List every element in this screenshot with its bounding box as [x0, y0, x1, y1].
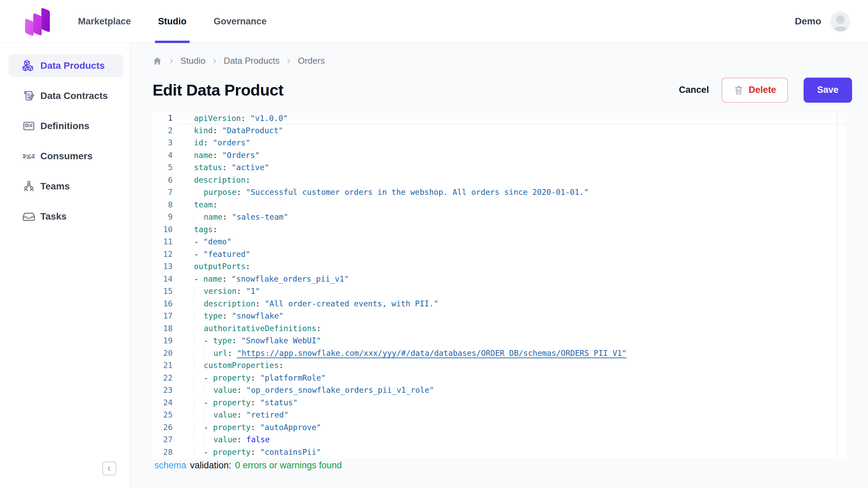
code-line[interactable]: 8team:: [153, 199, 847, 211]
sidebar-item-data-contracts[interactable]: Data Contracts: [8, 84, 123, 107]
sidebar-item-tasks[interactable]: Tasks: [8, 205, 123, 228]
editor-scrollbar-track[interactable]: [837, 112, 837, 459]
line-number: 4: [153, 149, 177, 162]
code-line-content: apiVersion: "v1.0.0": [177, 112, 847, 124]
sidebar-item-label: Data Contracts: [40, 90, 108, 101]
code-line[interactable]: 4name: "Orders": [153, 149, 847, 162]
code-line[interactable]: 19 - type: "Snowflake WebUI": [153, 334, 847, 347]
code-line-content: - "demo": [177, 236, 847, 248]
code-line[interactable]: 15 version: "1": [153, 285, 847, 298]
line-number: 16: [153, 298, 177, 310]
code-line[interactable]: 14- name: "snowflake_orders_pii_v1": [153, 273, 847, 285]
code-line[interactable]: 3id: "orders": [153, 137, 847, 149]
sidebar-item-definitions[interactable]: Definitions: [8, 115, 123, 137]
code-line-content: team:: [177, 199, 847, 211]
chevron-right-icon: [211, 57, 218, 65]
line-number: 22: [153, 372, 177, 384]
primary-nav: Marketplace Studio Governance: [78, 0, 267, 43]
code-line[interactable]: 22 - property: "platformRole": [153, 372, 847, 384]
code-line-content: name: "sales-team": [177, 211, 847, 223]
breadcrumb-data-products[interactable]: Data Products: [224, 56, 280, 66]
line-number: 9: [153, 211, 177, 223]
avatar-shoulders: [832, 26, 849, 32]
line-number: 10: [153, 223, 177, 236]
trash-icon: [733, 85, 744, 95]
code-line[interactable]: 17 type: "snowflake": [153, 310, 847, 322]
line-number: 12: [153, 248, 177, 261]
avatar-head: [836, 15, 845, 24]
code-line-content: tags:: [177, 223, 847, 236]
code-line-content: kind: "DataProduct": [177, 124, 847, 137]
code-line[interactable]: 25 value: "retired": [153, 409, 847, 421]
delete-button-label: Delete: [749, 85, 776, 95]
code-line[interactable]: 9 name: "sales-team": [153, 211, 847, 223]
breadcrumb-orders[interactable]: Orders: [298, 56, 324, 66]
code-line-content: - type: "Snowflake WebUI": [177, 334, 847, 347]
code-lines: 1apiVersion: "v1.0.0"2kind: "DataProduct…: [153, 112, 847, 458]
line-number: 25: [153, 409, 177, 421]
tab-studio[interactable]: Studio: [158, 0, 186, 43]
code-line[interactable]: 5status: "active": [153, 161, 847, 174]
save-button[interactable]: Save: [804, 78, 852, 103]
code-line[interactable]: 20 url: "https://app.snowflake.com/xxx/y…: [153, 347, 847, 360]
nav-user-area: Demo: [795, 12, 850, 32]
home-icon[interactable]: [153, 56, 162, 66]
cancel-button[interactable]: Cancel: [677, 84, 711, 96]
code-line[interactable]: 13outputPorts:: [153, 260, 847, 273]
code-line-content: name: "Orders": [177, 149, 847, 162]
app-logo[interactable]: [24, 6, 50, 36]
code-line-content: value: "op_orders_snowflake_orders_pii_v…: [177, 384, 847, 396]
code-line[interactable]: 1apiVersion: "v1.0.0": [153, 112, 847, 124]
code-line[interactable]: 28 - property: "containsPii": [153, 446, 847, 459]
schema-link[interactable]: schema: [154, 460, 186, 470]
org-chart-icon: [22, 180, 36, 193]
code-line[interactable]: 16 description: "All order-created event…: [153, 298, 847, 310]
code-line[interactable]: 6description:: [153, 174, 847, 186]
breadcrumb-studio[interactable]: Studio: [180, 56, 205, 66]
code-line-content: id: "orders": [177, 137, 847, 149]
sidebar-item-teams[interactable]: Teams: [8, 175, 123, 198]
line-number: 17: [153, 310, 177, 322]
code-line[interactable]: 18 authoritativeDefinitions:: [153, 322, 847, 335]
chevron-left-icon: [105, 464, 114, 473]
tab-governance[interactable]: Governance: [214, 0, 267, 43]
code-line-content: purpose: "Successful customer orders in …: [177, 186, 847, 199]
handshake-icon: [22, 149, 36, 163]
code-line[interactable]: 21 customProperties:: [153, 359, 847, 372]
code-line-content: value: "retired": [177, 409, 847, 421]
sidebar-collapse-button[interactable]: [102, 462, 116, 475]
code-line[interactable]: 26 - property: "autoApprove": [153, 421, 847, 434]
code-line[interactable]: 12- "featured": [153, 248, 847, 261]
line-number: 7: [153, 186, 177, 199]
code-line[interactable]: 2kind: "DataProduct": [153, 124, 847, 137]
avatar[interactable]: [830, 12, 850, 32]
chevron-right-icon: [285, 57, 292, 65]
code-line-content: authoritativeDefinitions:: [177, 322, 847, 335]
line-number: 24: [153, 396, 177, 409]
code-line-content: - "featured": [177, 248, 847, 261]
sidebar-item-label: Tasks: [40, 211, 66, 222]
code-line[interactable]: 24 - property: "status": [153, 396, 847, 409]
code-line-content: url: "https://app.snowflake.com/xxx/yyy/…: [177, 347, 847, 360]
code-line-content: - property: "autoApprove": [177, 421, 847, 434]
code-line[interactable]: 23 value: "op_orders_snowflake_orders_pi…: [153, 384, 847, 396]
action-buttons: Cancel Delete Save: [677, 78, 852, 103]
line-number: 13: [153, 260, 177, 273]
code-line[interactable]: 7 purpose: "Successful customer orders i…: [153, 186, 847, 199]
line-number: 15: [153, 285, 177, 298]
line-number: 27: [153, 433, 177, 446]
tab-marketplace[interactable]: Marketplace: [78, 0, 131, 43]
sidebar-item-data-products[interactable]: Data Products: [8, 54, 123, 77]
code-line[interactable]: 10tags:: [153, 223, 847, 236]
sidebar-item-label: Data Products: [40, 60, 105, 71]
yaml-editor[interactable]: 1apiVersion: "v1.0.0"2kind: "DataProduct…: [153, 112, 847, 459]
code-line[interactable]: 27 value: false: [153, 433, 847, 446]
line-number: 2: [153, 124, 177, 137]
code-line-content: value: false: [177, 433, 847, 446]
code-line[interactable]: 11- "demo": [153, 236, 847, 248]
delete-button[interactable]: Delete: [722, 78, 788, 103]
sidebar-item-consumers[interactable]: Consumers: [8, 145, 123, 167]
code-line-content: - name: "snowflake_orders_pii_v1": [177, 273, 847, 285]
validation-label: validation:: [190, 460, 232, 470]
line-number: 20: [153, 347, 177, 360]
